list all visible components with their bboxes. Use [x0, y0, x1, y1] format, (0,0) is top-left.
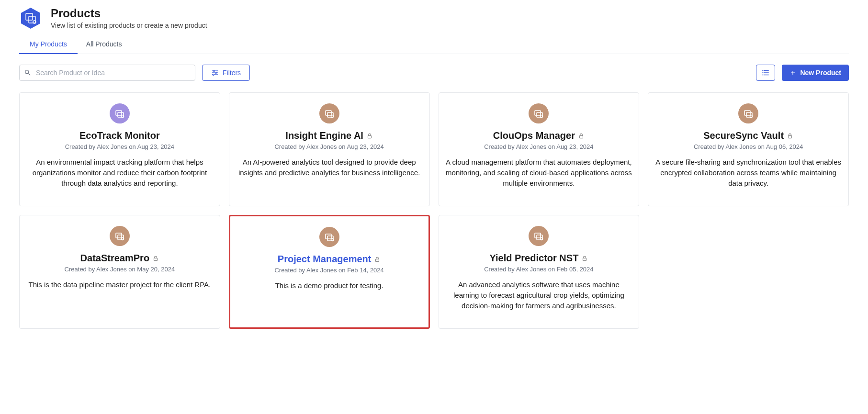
product-title: DataStreamPro	[26, 253, 213, 264]
svg-rect-39	[535, 233, 541, 238]
search-icon	[24, 69, 32, 77]
product-description: A secure file-sharing and synchronizatio…	[655, 157, 842, 188]
product-title-text: SecureSync Vault	[703, 130, 784, 141]
tab-all-products[interactable]: All Products	[85, 35, 123, 54]
lock-icon	[366, 133, 373, 139]
svg-rect-13	[764, 72, 769, 73]
product-title: Insight Engine AI	[236, 130, 423, 141]
product-card[interactable]: Insight Engine AI Created by Alex Jones …	[229, 92, 430, 206]
lock-icon	[787, 133, 793, 139]
svg-point-5	[214, 70, 215, 72]
product-description: This is a demo product for testing.	[237, 280, 422, 291]
svg-rect-19	[326, 111, 331, 115]
svg-point-41	[541, 238, 543, 240]
lock-icon	[374, 256, 381, 263]
product-meta: Created by Alex Jones on Aug 23, 2024	[446, 143, 632, 150]
product-box-icon	[529, 226, 549, 246]
product-description: An advanced analytics software that uses…	[446, 280, 632, 311]
filters-icon	[211, 69, 219, 77]
search-box	[19, 65, 195, 81]
svg-rect-42	[583, 258, 586, 260]
svg-rect-16	[116, 111, 122, 115]
product-description: This is the data pipeline master project…	[26, 280, 213, 290]
product-title: Project Management	[237, 254, 422, 265]
product-description: An environmental impact tracking platfor…	[26, 157, 213, 188]
svg-point-33	[121, 238, 124, 240]
svg-rect-11	[764, 70, 769, 71]
product-description: A cloud management platform that automat…	[446, 157, 632, 188]
product-card[interactable]: EcoTrack MonitorCreated by Alex Jones on…	[19, 92, 220, 206]
svg-rect-30	[789, 135, 792, 138]
product-title-text: DataStreamPro	[80, 253, 150, 264]
app-icon	[19, 7, 42, 30]
list-icon	[761, 68, 770, 77]
product-description: An AI-powered analytics tool designed to…	[236, 157, 423, 178]
svg-rect-35	[326, 234, 331, 239]
product-box-icon	[110, 103, 130, 123]
lock-icon	[581, 255, 588, 262]
product-box-icon	[319, 227, 339, 247]
svg-point-37	[331, 239, 333, 241]
new-product-label: New Product	[800, 69, 841, 77]
product-box-icon	[738, 103, 758, 123]
svg-rect-15	[764, 75, 769, 76]
svg-rect-10	[763, 70, 764, 71]
filters-label: Filters	[223, 69, 241, 77]
plus-icon	[789, 69, 796, 76]
product-title-text: ClouOps Manager	[493, 130, 575, 141]
product-title: SecureSync Vault	[655, 130, 842, 141]
svg-point-21	[331, 115, 333, 118]
svg-point-7	[215, 72, 217, 74]
product-title-text: Yield Predictor NST	[489, 253, 578, 264]
page-title: Products	[51, 7, 207, 21]
product-card[interactable]: DataStreamPro Created by Alex Jones on M…	[19, 215, 220, 329]
product-meta: Created by Alex Jones on Feb 14, 2024	[237, 267, 422, 274]
tabs: My Products All Products	[19, 35, 849, 54]
svg-marker-0	[21, 8, 40, 29]
svg-rect-14	[763, 75, 764, 76]
svg-rect-22	[368, 135, 371, 138]
product-title-text: EcoTrack Monitor	[79, 130, 160, 141]
product-card[interactable]: SecureSync Vault Created by Alex Jones o…	[648, 92, 849, 206]
svg-rect-31	[116, 233, 122, 238]
svg-rect-23	[535, 111, 541, 115]
product-title: EcoTrack Monitor	[26, 130, 213, 141]
product-meta: Created by Alex Jones on May 20, 2024	[26, 266, 213, 273]
product-title-text: Project Management	[278, 254, 372, 265]
product-meta: Created by Alex Jones on Feb 05, 2024	[446, 266, 632, 273]
product-card[interactable]: Project Management Created by Alex Jones…	[229, 215, 430, 329]
product-title-text: Insight Engine AI	[285, 130, 363, 141]
product-meta: Created by Alex Jones on Aug 23, 2024	[236, 143, 423, 150]
product-box-icon	[319, 103, 339, 123]
product-title: Yield Predictor NST	[446, 253, 632, 264]
search-input[interactable]	[19, 65, 195, 81]
svg-point-29	[750, 115, 753, 118]
svg-rect-26	[579, 135, 583, 138]
filters-button[interactable]: Filters	[202, 65, 250, 81]
product-title: ClouOps Manager	[446, 130, 632, 141]
svg-rect-27	[744, 111, 750, 115]
product-card[interactable]: Yield Predictor NST Created by Alex Jone…	[439, 215, 640, 329]
product-meta: Created by Alex Jones on Aug 23, 2024	[26, 143, 213, 150]
svg-rect-38	[376, 259, 379, 261]
product-box-icon	[529, 103, 549, 123]
new-product-button[interactable]: New Product	[782, 65, 849, 81]
svg-point-9	[213, 74, 214, 76]
lock-icon	[152, 255, 159, 262]
svg-point-25	[541, 115, 543, 118]
lock-icon	[578, 133, 585, 139]
product-box-icon	[110, 226, 130, 246]
svg-rect-34	[154, 258, 158, 260]
list-view-button[interactable]	[756, 65, 775, 81]
svg-point-18	[121, 115, 124, 118]
product-meta: Created by Alex Jones on Aug 06, 2024	[655, 143, 842, 150]
tab-my-products[interactable]: My Products	[29, 35, 68, 54]
product-card[interactable]: ClouOps Manager Created by Alex Jones on…	[439, 92, 640, 206]
svg-rect-12	[763, 72, 764, 73]
page-subtitle: View list of existing products or create…	[51, 22, 207, 29]
